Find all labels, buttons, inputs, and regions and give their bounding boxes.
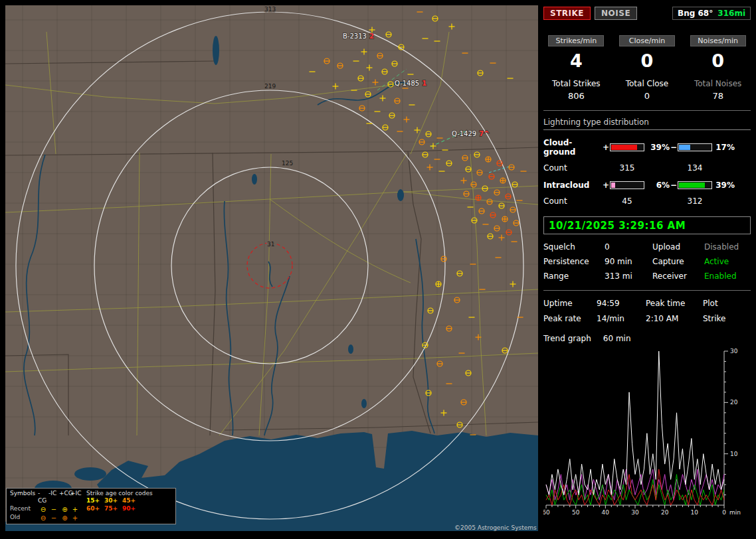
trend-graph-label: Trend graph <box>543 334 591 343</box>
legend-row-label: Old <box>10 514 38 522</box>
minus-sign: − <box>670 181 678 190</box>
strike-symbol <box>476 195 481 200</box>
count-label: Count <box>543 163 602 173</box>
cg-negative-pct: 17% <box>712 143 735 152</box>
svg-text:10: 10 <box>730 451 738 457</box>
bearing-value: Bng 68° <box>678 9 713 18</box>
total-close-value: 0 <box>614 91 680 101</box>
total-noises-label: Total Noises <box>685 79 751 88</box>
copyright-text: ©2005 Astrogenic Systems <box>454 524 537 531</box>
ring-distance-label: 219 <box>264 83 276 90</box>
squelch-value: 0 <box>605 242 652 252</box>
plot-value: Strike <box>703 314 751 323</box>
persistence-value: 90 min <box>605 257 652 266</box>
cg-positive-pct: 39% <box>644 143 670 152</box>
intracloud-label: Intracloud <box>543 181 602 190</box>
persistence-label: Persistence <box>543 257 605 266</box>
bearing-range-display: Bng 68° 316mi <box>672 7 751 20</box>
total-strikes-value: 806 <box>543 91 609 101</box>
age-code: 75+ <box>104 505 122 513</box>
age-legend: Strike age color codes 15+ 30+ 45+ 60+ 7… <box>86 490 153 522</box>
intracloud-row: Intracloud + 6% − 39% <box>543 181 751 190</box>
peak-rate-value: 14/min <box>597 314 646 323</box>
total-noises-value: 78 <box>685 91 751 101</box>
ic-positive-bar <box>610 181 644 189</box>
trend-window-value: 60 min <box>603 334 631 343</box>
age-code: 15+ <box>86 497 104 505</box>
symbol-legend: Symbols -CG -IC +CG +IC Recent ⊖ − ⊕ + O… <box>10 490 80 522</box>
cloud-ground-label: Cloud-ground <box>543 138 602 157</box>
noises-per-min-button[interactable]: Noises/min <box>690 35 746 46</box>
range-value: 316mi <box>717 9 745 18</box>
ic-positive-count: 45 <box>610 196 644 206</box>
svg-text:60: 60 <box>543 509 550 514</box>
legend-header: -CG <box>38 490 48 505</box>
old-ic-neg-icon: − <box>48 514 59 522</box>
svg-text:30: 30 <box>631 509 639 514</box>
cloud-ground-counts: Count 315 134 <box>543 163 751 173</box>
capture-status: Active <box>704 257 751 266</box>
intracloud-counts: Count 45 312 <box>543 196 751 206</box>
panel-top-row: STRIKE NOISE Bng 68° 316mi <box>543 7 751 20</box>
rate-boxes: Strikes/min 4 Close/min 0 Noises/min 0 <box>543 33 751 71</box>
range-label: Range <box>543 271 605 281</box>
cg-negative-count: 134 <box>678 163 712 173</box>
total-strikes-label: Total Strikes <box>543 79 609 88</box>
old-cg-pos-icon: ⊕ <box>59 514 70 522</box>
ic-negative-bar <box>678 181 712 189</box>
svg-text:10: 10 <box>691 509 699 514</box>
close-per-min-button[interactable]: Close/min <box>619 35 675 46</box>
legend-header: +CG <box>59 490 70 505</box>
svg-text:20: 20 <box>730 399 738 406</box>
svg-text:min: min <box>729 509 741 514</box>
peak-time-value: 2:10 AM <box>646 314 703 323</box>
ring-distance-label: 31 <box>267 241 274 248</box>
age-code: 30+ <box>104 497 122 505</box>
ic-negative-pct: 39% <box>712 181 735 190</box>
recent-cg-pos-icon: ⊕ <box>59 505 70 514</box>
storm-cell-label: Q-14851 <box>395 80 426 87</box>
strikes-per-min-button[interactable]: Strikes/min <box>548 35 604 46</box>
map-area[interactable]: 31321912531B-23132Q-14851Q-14297^ Symbol… <box>5 5 538 531</box>
age-legend-header: Strike age color codes <box>86 490 153 498</box>
minus-sign: − <box>670 143 678 152</box>
recent-cg-neg-icon: ⊖ <box>38 505 48 514</box>
lightning-map[interactable]: 31321912531B-23132Q-14851Q-14297^ <box>5 5 538 531</box>
noises-per-min-value: 0 <box>685 50 751 71</box>
peak-rate-label: Peak rate <box>543 314 597 323</box>
receiver-status: Enabled <box>704 271 751 281</box>
divider <box>543 110 751 111</box>
capture-label: Capture <box>652 257 704 266</box>
count-label: Count <box>543 196 602 206</box>
storm-cell-label: Q-14297^ <box>452 130 490 137</box>
settings-grid: Squelch 0 Upload Disabled Persistence 90… <box>543 242 751 281</box>
map-legend: Symbols -CG -IC +CG +IC Recent ⊖ − ⊕ + O… <box>6 488 176 524</box>
plus-sign: + <box>602 181 610 190</box>
strike-symbol <box>486 157 491 162</box>
storm-cell-label: B-23132 <box>343 33 374 40</box>
cg-negative-bar <box>678 143 712 151</box>
uptime-grid: Uptime 94:59 Peak time Plot Peak rate 14… <box>543 299 751 323</box>
legend-row-label: Recent <box>10 505 38 514</box>
svg-text:0: 0 <box>722 509 726 514</box>
legend-header: -IC <box>48 490 59 505</box>
strikes-per-min-value: 4 <box>543 50 609 71</box>
upload-status: Disabled <box>704 242 751 252</box>
ring-distance-label: 125 <box>282 160 293 167</box>
lightning-tracker-app: 31321912531B-23132Q-14851Q-14297^ Symbol… <box>0 0 756 539</box>
ic-positive-pct: 6% <box>644 181 670 190</box>
noise-toggle-button[interactable]: NOISE <box>595 7 637 20</box>
trend-series-strikes <box>546 351 724 495</box>
strike-symbol <box>500 178 506 183</box>
totals-row: Total Strikes 806 Total Close 0 Total No… <box>543 79 751 101</box>
range-value: 313 mi <box>605 271 652 281</box>
upload-label: Upload <box>652 242 704 252</box>
old-cg-neg-icon: ⊖ <box>38 514 48 522</box>
squelch-label: Squelch <box>543 242 605 252</box>
strike-toggle-button[interactable]: STRIKE <box>543 7 591 20</box>
close-per-min-value: 0 <box>614 50 680 71</box>
cg-positive-bar <box>610 143 644 151</box>
cloud-ground-row: Cloud-ground + 39% − 17% <box>543 138 751 157</box>
strike-symbol <box>502 216 508 222</box>
uptime-label: Uptime <box>543 299 597 308</box>
